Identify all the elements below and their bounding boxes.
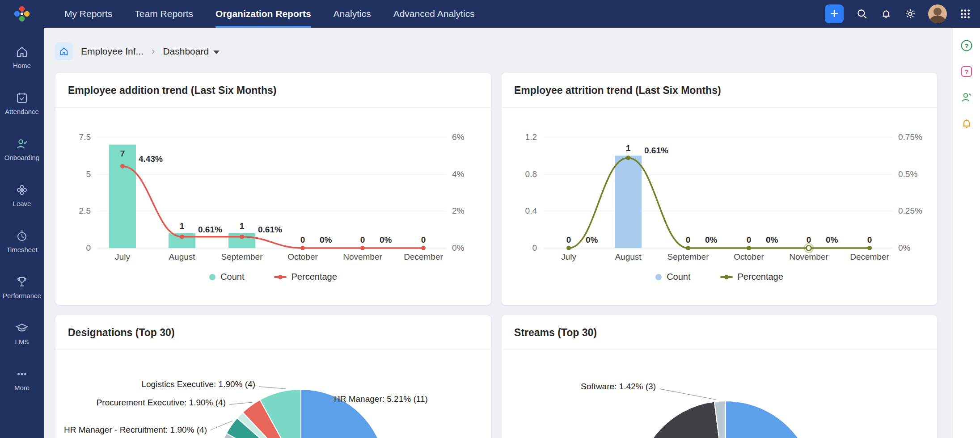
svg-text:0: 0 bbox=[421, 235, 426, 244]
card-employee-addition-trend: Employee addition trend (Last Six Months… bbox=[55, 72, 491, 305]
svg-text:0: 0 bbox=[686, 235, 691, 244]
legend-item-count[interactable]: Count bbox=[209, 272, 244, 282]
onboarding-icon bbox=[15, 137, 29, 151]
settings-button[interactable] bbox=[904, 8, 916, 20]
svg-text:0.75%: 0.75% bbox=[898, 132, 922, 142]
streams-pie-chart[interactable] bbox=[502, 356, 938, 438]
chart-legend: Count Percentage bbox=[55, 272, 491, 282]
attendance-icon bbox=[15, 91, 29, 105]
svg-text:4%: 4% bbox=[452, 169, 465, 179]
legend-label: Percentage bbox=[738, 272, 783, 282]
svg-text:July: July bbox=[561, 252, 576, 261]
svg-text:0: 0 bbox=[747, 235, 752, 244]
help-button[interactable]: ? bbox=[960, 39, 973, 52]
gear-icon bbox=[904, 8, 916, 20]
svg-text:7: 7 bbox=[120, 149, 125, 158]
svg-text:0.61%: 0.61% bbox=[198, 225, 222, 234]
chevron-down-icon bbox=[213, 51, 220, 54]
feedback-button[interactable]: ? bbox=[960, 65, 973, 78]
app-logo-icon bbox=[13, 5, 31, 23]
svg-text:0.61%: 0.61% bbox=[258, 225, 282, 234]
svg-text:September: September bbox=[667, 252, 710, 261]
sidebar: Home Attendance Onboarding Leave Timeshe… bbox=[0, 0, 44, 438]
attrition-trend-chart[interactable]: 00.40.81.20%0.25%0.5%0.75%JulyAugustSept… bbox=[512, 114, 927, 262]
hr-dashboard-app: Home Attendance Onboarding Leave Timeshe… bbox=[0, 0, 980, 438]
svg-text:1: 1 bbox=[626, 143, 631, 153]
svg-text:1: 1 bbox=[240, 221, 245, 231]
sidebar-item-label: Home bbox=[13, 62, 31, 69]
svg-text:December: December bbox=[404, 252, 443, 261]
svg-text:December: December bbox=[850, 252, 889, 261]
notifications-button[interactable] bbox=[880, 8, 892, 20]
tab-team-reports[interactable]: Team Reports bbox=[135, 0, 193, 28]
help-icon: ? bbox=[960, 39, 973, 52]
card-designations: Designations (Top 30) Logistics Executiv… bbox=[55, 315, 491, 438]
breadcrumb-page-selector[interactable]: Dashboard bbox=[163, 46, 220, 57]
legend-item-count[interactable]: Count bbox=[655, 272, 690, 282]
card-title: Designations (Top 30) bbox=[55, 315, 491, 350]
legend-item-percentage[interactable]: Percentage bbox=[274, 272, 337, 282]
svg-text:August: August bbox=[615, 252, 642, 261]
bell-icon bbox=[880, 8, 892, 20]
svg-text:0.5%: 0.5% bbox=[898, 169, 917, 179]
svg-text:?: ? bbox=[964, 68, 968, 76]
sidebar-item-timesheet[interactable]: Timesheet bbox=[0, 218, 44, 264]
tab-analytics[interactable]: Analytics bbox=[334, 0, 371, 28]
card-streams: Streams (Top 30) Software: 1.42% (3) bbox=[501, 315, 938, 438]
sidebar-item-more[interactable]: More bbox=[0, 356, 44, 402]
svg-text:0%: 0% bbox=[766, 235, 778, 244]
svg-text:6%: 6% bbox=[452, 132, 465, 142]
topbar-tabs: My Reports Team Reports Organization Rep… bbox=[44, 0, 475, 28]
svg-text:0%: 0% bbox=[898, 243, 911, 253]
designations-pie-chart[interactable] bbox=[55, 356, 491, 438]
breadcrumb-module[interactable]: Employee Inf... bbox=[81, 46, 144, 57]
main-content: Employee Inf... › Dashboard Employee add… bbox=[44, 28, 952, 438]
svg-text:0%: 0% bbox=[320, 235, 332, 244]
svg-text:0: 0 bbox=[867, 235, 872, 244]
performance-icon bbox=[15, 275, 29, 289]
user-guide-button[interactable] bbox=[960, 91, 973, 104]
sidebar-item-label: Leave bbox=[13, 200, 31, 207]
add-button[interactable]: + bbox=[825, 4, 844, 23]
sidebar-item-home[interactable]: Home bbox=[0, 34, 44, 80]
sidebar-item-lms[interactable]: LMS bbox=[0, 310, 44, 356]
svg-text:0: 0 bbox=[86, 243, 91, 253]
svg-text:5: 5 bbox=[86, 169, 91, 179]
breadcrumb-page: Dashboard bbox=[163, 46, 209, 57]
sidebar-item-onboarding[interactable]: Onboarding bbox=[0, 126, 44, 172]
breadcrumb-separator: › bbox=[152, 46, 155, 57]
svg-text:September: September bbox=[221, 252, 263, 261]
sidebar-item-performance[interactable]: Performance bbox=[0, 264, 44, 310]
svg-text:October: October bbox=[287, 252, 318, 261]
svg-text:2%: 2% bbox=[452, 206, 465, 215]
user-guide-icon bbox=[960, 91, 973, 104]
search-button[interactable] bbox=[856, 8, 868, 20]
svg-text:0: 0 bbox=[360, 235, 365, 244]
sidebar-item-attendance[interactable]: Attendance bbox=[0, 80, 44, 126]
tab-my-reports[interactable]: My Reports bbox=[64, 0, 112, 28]
svg-text:0.25%: 0.25% bbox=[898, 206, 922, 215]
sidebar-item-leave[interactable]: Leave bbox=[0, 172, 44, 218]
home-icon bbox=[59, 46, 69, 56]
svg-text:July: July bbox=[115, 252, 130, 261]
legend-label: Count bbox=[220, 272, 244, 282]
legend-label: Count bbox=[667, 272, 690, 282]
legend-item-percentage[interactable]: Percentage bbox=[720, 272, 783, 282]
breadcrumb-home-button[interactable] bbox=[55, 42, 73, 60]
sidebar-item-label: More bbox=[14, 384, 30, 392]
addition-trend-chart[interactable]: 02.557.50%2%4%6%JulyAugustSeptemberOctob… bbox=[66, 114, 481, 262]
apps-menu-button[interactable] bbox=[959, 8, 971, 20]
search-icon bbox=[856, 8, 868, 20]
svg-text:October: October bbox=[734, 252, 764, 261]
sidebar-item-label: Performance bbox=[3, 292, 41, 299]
sidebar-item-label: LMS bbox=[15, 338, 29, 345]
user-avatar[interactable] bbox=[928, 4, 947, 23]
app-logo[interactable] bbox=[0, 0, 44, 28]
alerts-button[interactable] bbox=[960, 117, 973, 130]
tab-advanced-analytics[interactable]: Advanced Analytics bbox=[393, 0, 475, 28]
svg-text:0.4: 0.4 bbox=[525, 206, 537, 215]
home-icon bbox=[15, 45, 29, 59]
apps-grid-icon bbox=[959, 8, 971, 20]
card-title: Employee attrition trend (Last Six Month… bbox=[502, 73, 937, 108]
tab-organization-reports[interactable]: Organization Reports bbox=[215, 0, 311, 28]
